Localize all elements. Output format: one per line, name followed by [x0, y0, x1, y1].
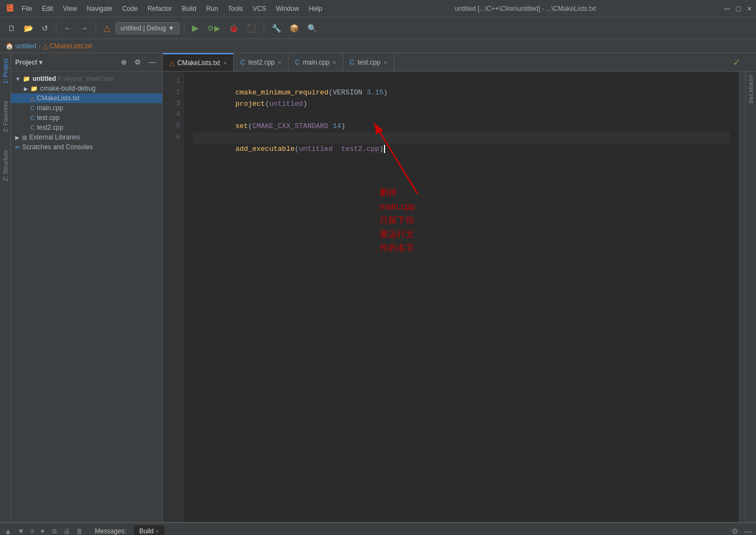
bottom-panel-icon-up[interactable]: ▲ [4, 527, 12, 536]
sidebar: Project ▾ ⊕ ⚙ — ▼ 📁 untitled F:\Myself_W… [11, 53, 163, 522]
run-config-label: untitled | Debug [120, 24, 166, 32]
bottom-minimize-button[interactable]: — [744, 527, 752, 536]
menu-tools[interactable]: Tools [223, 4, 247, 14]
editor-scrollbar[interactable] [739, 72, 745, 522]
tab-test2-close[interactable]: × [278, 59, 281, 66]
cmake-build-folder-icon: 📁 [30, 85, 38, 92]
maximize-button[interactable]: □ [736, 4, 740, 13]
tree-item-cmake-build-debug[interactable]: ▶ 📁 cmake-build-debug [11, 84, 162, 93]
breadcrumb-file[interactable]: △ CMakeLists.txt [43, 42, 92, 50]
tree-item-test2-cpp[interactable]: C test2.cpp [11, 123, 162, 132]
tree-label-scratches: Scratches and Consoles [22, 143, 93, 151]
code-editor[interactable]: 1 2 3 4 5 6 cmake_minimum_required(VERSI… [163, 72, 756, 522]
run-button[interactable]: ▶ [189, 21, 202, 35]
debug-run-button[interactable]: ⚙▶ [204, 22, 223, 34]
structure-panel-tab[interactable]: Z: Structure [1, 147, 10, 184]
menu-refactor[interactable]: Refactor [143, 4, 176, 14]
bottom-panel-icon-star[interactable]: ★ [40, 527, 46, 535]
bottom-panel-icon-down[interactable]: ▼ [17, 527, 25, 536]
new-file-button[interactable]: 🗋 [4, 22, 18, 34]
right-panel-tabs: Database [745, 72, 756, 522]
bottom-tab-build[interactable]: Build × [134, 525, 164, 536]
tab-main-close[interactable]: × [332, 59, 336, 66]
tab-cmakelists-close[interactable]: × [223, 60, 227, 66]
menu-help[interactable]: Help [304, 4, 326, 14]
tree-item-external-libs[interactable]: ▶ ▦ External Libraries [11, 132, 162, 142]
settings-button[interactable]: 🔧 [268, 22, 284, 34]
tab-test2-cpp[interactable]: C test2.cpp × [234, 53, 289, 71]
tab-cmakelists[interactable]: △ CMakeLists.txt × [163, 53, 234, 71]
code-content[interactable]: cmake_minimum_required(VERSION 3.15) pro… [184, 72, 739, 522]
tree-label-cmakelists: CMakeLists.txt [37, 94, 80, 102]
menu-code[interactable]: Code [118, 4, 142, 14]
close-button[interactable]: × [747, 4, 752, 13]
tree-item-cmakelists[interactable]: △ CMakeLists.txt [11, 93, 162, 103]
search-button[interactable]: 🔍 [304, 22, 320, 34]
sidebar-settings-button[interactable]: ⚙ [132, 57, 143, 67]
bottom-panel-tabs: ▲ ▼ ≡ ★ ⧉ 🖨 🗑 Messages: Build × ⚙ — [0, 523, 756, 535]
menu-window[interactable]: Window [272, 4, 304, 14]
bottom-panel-icon-list[interactable]: ≡ [30, 527, 34, 535]
breadcrumb-home[interactable]: 🏠 untitled [5, 42, 36, 50]
tree-path-untitled: F:\Myself_WorkCode [58, 75, 114, 82]
annotation-line2: 只留下你要运行文件的名字 [380, 213, 415, 255]
menu-view[interactable]: View [59, 4, 81, 14]
favorites-panel-tab[interactable]: 2: Favorites [1, 98, 10, 135]
menu-build[interactable]: Build [177, 4, 201, 14]
database-panel-tab[interactable]: Database [747, 72, 755, 107]
tree-item-untitled[interactable]: ▼ 📁 untitled F:\Myself_WorkCode [11, 74, 162, 84]
tree-item-main-cpp[interactable]: C main.cpp [11, 103, 162, 113]
run-config-dropdown[interactable]: untitled | Debug ▼ [116, 22, 180, 34]
toolbar: 🗋 📂 ↺ ← → △ untitled | Debug ▼ ▶ ⚙▶ 🐞 ⬛ … [0, 17, 756, 39]
title-bar: 🖥 File Edit View Navigate Code Refactor … [0, 0, 756, 17]
tree-item-scratches[interactable]: ✏ Scratches and Consoles [11, 142, 162, 152]
minimize-button[interactable]: ─ [724, 4, 729, 13]
back-button[interactable]: ← [61, 22, 75, 34]
open-button[interactable]: 📂 [21, 22, 36, 34]
tab-main-cpp[interactable]: C main.cpp × [289, 53, 343, 71]
annotation-text-1: 删掉main.cpp 只留下你要运行文件的名字 [380, 186, 415, 255]
tree-label-untitled: untitled [33, 75, 56, 82]
sidebar-scope-button[interactable]: ⊕ [119, 57, 129, 67]
bottom-panel-icon-print[interactable]: 🖨 [63, 527, 70, 535]
run-config-icon: △ [100, 21, 113, 35]
debug-button[interactable]: 🐞 [226, 22, 241, 34]
breadcrumb-separator: › [39, 42, 41, 50]
bottom-tab-messages[interactable]: Messages: [89, 525, 132, 536]
line-num-5: 5 [163, 121, 180, 132]
menu-file[interactable]: File [17, 4, 36, 14]
tab-test-close[interactable]: × [383, 59, 387, 66]
sidebar-title: Project ▾ [15, 59, 42, 66]
build-artifacts-button[interactable]: 📦 [286, 22, 302, 34]
editor-tabs-bar: △ CMakeLists.txt × C test2.cpp × C main.… [163, 53, 756, 72]
test-cpp-icon: C [30, 114, 35, 121]
line-num-3: 3 [163, 99, 180, 110]
breadcrumb: 🏠 untitled › △ CMakeLists.txt [0, 39, 756, 53]
refresh-button[interactable]: ↺ [39, 22, 52, 34]
menu-edit[interactable]: Edit [37, 4, 57, 14]
build-tab-close[interactable]: × [156, 528, 159, 534]
sidebar-header: Project ▾ ⊕ ⚙ — [11, 53, 162, 72]
tab-test-icon: C [350, 59, 355, 66]
tab-main-label: main.cpp [303, 59, 330, 66]
tab-test-cpp[interactable]: C test.cpp × [343, 53, 394, 71]
title-bar-left: 🖥 File Edit View Navigate Code Refactor … [4, 3, 326, 14]
cmakelists-icon: △ [30, 95, 35, 102]
tree-item-test-cpp[interactable]: C test.cpp [11, 113, 162, 123]
main-layout: 1: Project 2: Favorites Z: Structure Pro… [0, 53, 756, 522]
line-num-1: 1 [163, 76, 180, 87]
ext-libs-icon: ▦ [22, 134, 27, 141]
tree-label-cmake-build-debug: cmake-build-debug [40, 85, 95, 92]
sidebar-collapse-button[interactable]: — [146, 57, 158, 67]
bottom-settings-button[interactable]: ⚙ [732, 527, 739, 536]
project-panel-tab[interactable]: 1: Project [1, 55, 10, 87]
menu-vcs[interactable]: VCS [248, 4, 271, 14]
forward-button[interactable]: → [77, 22, 91, 34]
bottom-panel-icon-delete[interactable]: 🗑 [76, 527, 83, 535]
bottom-panel-icon-layout[interactable]: ⧉ [52, 527, 57, 535]
menu-navigate[interactable]: Navigate [82, 4, 117, 14]
tab-test2-icon: C [240, 59, 245, 66]
menu-run[interactable]: Run [202, 4, 222, 14]
stop-button[interactable]: ⬛ [244, 22, 259, 34]
tab-test-label: test.cpp [357, 59, 380, 66]
